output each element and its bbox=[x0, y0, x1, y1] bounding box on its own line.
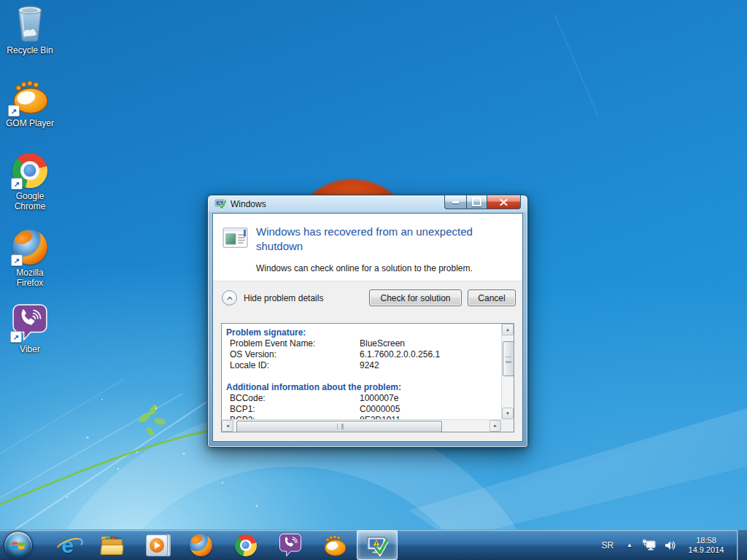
show-desktop-button[interactable] bbox=[737, 530, 747, 560]
taskbar-item-viber[interactable] bbox=[268, 530, 312, 560]
shortcut-arrow-icon: ↗ bbox=[11, 254, 23, 266]
problem-details-listbox: Problem signature: Problem Event Name: B… bbox=[221, 323, 514, 432]
scroll-down-icon[interactable]: ▼ bbox=[502, 408, 514, 419]
maximize-button[interactable] bbox=[466, 195, 487, 209]
taskbar-clock[interactable]: 18:58 14.9.2014 bbox=[680, 536, 732, 555]
desktop-icon-gom-player[interactable]: ↗ GOM Player bbox=[0, 79, 60, 128]
speaker-icon[interactable] bbox=[660, 540, 680, 551]
desktop-icon-label: Google Chrome bbox=[9, 191, 51, 211]
desktop-icon-recycle-bin[interactable]: Recycle Bin bbox=[0, 4, 60, 55]
desktop-icon-label: GOM Player bbox=[6, 118, 54, 128]
problem-details-text: Problem signature: Problem Event Name: B… bbox=[222, 324, 501, 419]
blank-line bbox=[226, 371, 501, 382]
horizontal-scrollbar[interactable]: ◄ ► bbox=[222, 419, 501, 432]
detail-row: Locale ID: 9242 bbox=[226, 360, 501, 371]
language-indicator[interactable]: SR bbox=[594, 540, 621, 551]
recycle-bin-icon bbox=[14, 4, 46, 42]
vertical-scrollbar[interactable]: ▲ ▼ bbox=[501, 324, 514, 419]
gom-player-icon bbox=[322, 534, 347, 557]
chevron-up-icon bbox=[222, 290, 237, 306]
check-for-solution-button[interactable]: Check for solution bbox=[369, 289, 462, 306]
problem-reports-icon bbox=[366, 534, 388, 556]
system-tray: SR ▲ 18:58 14.9.2014 bbox=[594, 530, 747, 560]
shortcut-arrow-icon: ↗ bbox=[11, 178, 23, 190]
taskbar-item-windows-explorer[interactable] bbox=[90, 530, 134, 560]
detail-row: BCP1: C0000005 bbox=[226, 404, 501, 415]
window-controls bbox=[444, 195, 521, 209]
windows-recovery-dialog: Windows bbox=[207, 195, 528, 448]
clock-date: 14.9.2014 bbox=[683, 545, 729, 555]
problem-details-section: Problem signature: Problem Event Name: B… bbox=[213, 314, 522, 441]
desktop-icon-mozilla-firefox[interactable]: ↗ Mozilla Firefox bbox=[0, 230, 60, 288]
desktop-icon-google-chrome[interactable]: ↗ Google Chrome bbox=[0, 153, 60, 211]
section-title: Additional information about the problem… bbox=[226, 382, 501, 393]
taskbar-item-internet-explorer[interactable]: e bbox=[45, 530, 90, 560]
dialog-header-text: Windows has recovered from an unexpected… bbox=[256, 225, 514, 281]
shortcut-arrow-icon: ↗ bbox=[10, 331, 22, 343]
problem-reports-icon bbox=[214, 198, 226, 210]
network-icon[interactable] bbox=[638, 539, 660, 551]
mozilla-firefox-icon: ↗ bbox=[12, 230, 47, 265]
taskbar-item-firefox[interactable] bbox=[179, 530, 223, 560]
show-hidden-icons-icon[interactable]: ▲ bbox=[621, 542, 638, 548]
expando-label: Hide problem details bbox=[244, 293, 323, 303]
taskbar: e bbox=[0, 529, 747, 560]
google-chrome-icon: ↗ bbox=[12, 153, 47, 188]
clock-time: 18:58 bbox=[683, 536, 729, 545]
media-player-icon bbox=[146, 534, 168, 556]
desktop-icon-viber[interactable]: ↗ Viber bbox=[0, 303, 60, 354]
internet-explorer-icon: e bbox=[55, 534, 80, 557]
dialog-titlebar[interactable]: Windows bbox=[208, 195, 527, 213]
section-title: Problem signature: bbox=[226, 327, 501, 338]
minimize-button[interactable] bbox=[444, 195, 466, 209]
scroll-right-icon[interactable]: ► bbox=[489, 420, 501, 432]
start-button[interactable] bbox=[4, 531, 33, 560]
firefox-icon bbox=[190, 534, 212, 556]
close-button[interactable] bbox=[487, 195, 521, 209]
scroll-up-icon[interactable]: ▲ bbox=[502, 324, 514, 335]
shortcut-arrow-icon: ↗ bbox=[8, 105, 20, 117]
taskbar-item-problem-reports-active[interactable] bbox=[357, 530, 398, 560]
detail-row: Problem Event Name: BlueScreen bbox=[226, 338, 501, 349]
taskbar-item-gom-player[interactable] bbox=[312, 530, 357, 560]
folder-icon bbox=[101, 536, 124, 555]
scroll-left-icon[interactable]: ◄ bbox=[222, 420, 233, 432]
desktop-icon-label: Viber bbox=[20, 344, 40, 354]
windows-logo-icon bbox=[11, 538, 26, 553]
cancel-button[interactable]: Cancel bbox=[468, 289, 516, 306]
viber-icon bbox=[279, 533, 302, 557]
detail-row: OS Version: 6.1.7600.2.0.0.256.1 bbox=[226, 349, 501, 360]
close-icon bbox=[500, 199, 508, 206]
horizontal-scroll-thumb[interactable] bbox=[236, 421, 442, 432]
dialog-command-area: Hide problem details Check for solution … bbox=[213, 281, 522, 314]
taskbar-item-windows-media-player[interactable] bbox=[134, 530, 179, 560]
scrollbar-corner bbox=[501, 419, 514, 432]
gom-player-icon: ↗ bbox=[9, 79, 50, 115]
dialog-body: Windows has recovered from an unexpected… bbox=[212, 213, 523, 442]
hide-details-expando[interactable]: Hide problem details bbox=[222, 290, 323, 306]
viber-icon: ↗ bbox=[12, 303, 48, 341]
report-icon bbox=[222, 226, 249, 249]
vertical-scroll-thumb[interactable] bbox=[503, 341, 514, 376]
desktop-icon-label: Recycle Bin bbox=[7, 45, 53, 55]
detail-row: BCCode: 1000007e bbox=[226, 393, 501, 404]
dialog-subtext: Windows can check online for a solution … bbox=[256, 263, 514, 273]
desktop-icon-label: Mozilla Firefox bbox=[9, 268, 51, 288]
taskbar-item-chrome[interactable] bbox=[223, 530, 268, 560]
dialog-buttons: Check for solution Cancel bbox=[363, 289, 516, 306]
chrome-icon bbox=[235, 534, 257, 556]
dialog-title: Windows bbox=[231, 199, 266, 209]
main-instruction: Windows has recovered from an unexpected… bbox=[256, 225, 514, 254]
minimize-icon bbox=[452, 201, 459, 203]
maximize-icon bbox=[472, 198, 481, 206]
dialog-header-section: Windows has recovered from an unexpected… bbox=[213, 214, 522, 281]
